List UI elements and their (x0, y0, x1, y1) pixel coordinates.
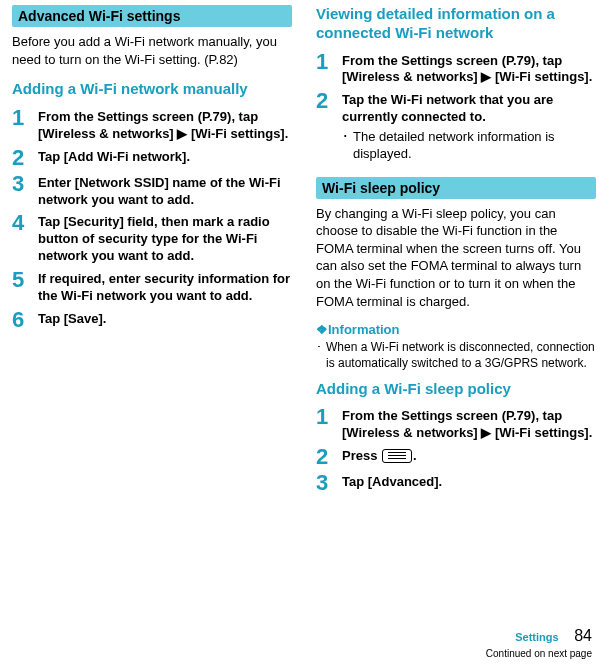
information-text: When a Wi-Fi network is disconnected, co… (326, 339, 596, 371)
footer-category: Settings (515, 631, 558, 643)
step-number: 1 (316, 406, 342, 428)
step-number: 6 (12, 309, 38, 331)
step-text: Tap [Save]. (38, 309, 292, 328)
step-number: 1 (12, 107, 38, 129)
step-number: 3 (316, 472, 342, 494)
step-text: Tap the Wi-Fi network that you are curre… (342, 90, 596, 163)
step-text: From the Settings screen (P.79), tap [Wi… (342, 51, 596, 87)
step-text: If required, enter security information … (38, 269, 292, 305)
footer-top-line: Settings 84 (515, 627, 592, 645)
step-number: 2 (12, 147, 38, 169)
step-number: 2 (316, 446, 342, 468)
step-text: From the Settings screen (P.79), tap [Wi… (38, 107, 292, 143)
information-heading: ❖Information (316, 322, 596, 337)
step-2: 2 Press . (316, 446, 596, 468)
step-5: 5 If required, enter security informatio… (12, 269, 292, 305)
page: Advanced Wi-Fi settings Before you add a… (0, 0, 608, 665)
step-1: 1 From the Settings screen (P.79), tap [… (316, 51, 596, 87)
information-item: ･ When a Wi-Fi network is disconnected, … (316, 339, 596, 371)
subheading: Viewing detailed information on a connec… (316, 5, 596, 43)
info-symbol-icon: ❖ (316, 322, 328, 337)
step-2: 2 Tap [Add Wi-Fi network]. (12, 147, 292, 169)
step-1: 1 From the Settings screen (P.79), tap [… (316, 406, 596, 442)
right-column: Viewing detailed information on a connec… (304, 5, 608, 498)
step-text: Tap [Security] field, then mark a radio … (38, 212, 292, 265)
section-title-bar: Advanced Wi-Fi settings (12, 5, 292, 27)
step-main-text: Tap the Wi-Fi network that you are curre… (342, 92, 553, 124)
step-1: 1 From the Settings screen (P.79), tap [… (12, 107, 292, 143)
step-text: Press . (342, 446, 596, 465)
step-6: 6 Tap [Save]. (12, 309, 292, 331)
step-sub-text: The detailed network information is disp… (353, 129, 596, 163)
subheading: Adding a Wi-Fi network manually (12, 80, 292, 99)
step-3: 3 Enter [Network SSID] name of the Wi-Fi… (12, 173, 292, 209)
step-text: From the Settings screen (P.79), tap [Wi… (342, 406, 596, 442)
continued-on-next-page: Continued on next page (486, 648, 592, 659)
menu-key-icon (382, 449, 412, 463)
step-number: 3 (12, 173, 38, 195)
bullet-dot-icon: ･ (342, 129, 349, 163)
step-sub-bullet: ･ The detailed network information is di… (342, 129, 596, 163)
step-number: 2 (316, 90, 342, 112)
step-number: 5 (12, 269, 38, 291)
intro-text: By changing a Wi-Fi sleep policy, you ca… (316, 205, 596, 310)
step-text-pre: Press (342, 448, 381, 463)
left-column: Advanced Wi-Fi settings Before you add a… (0, 5, 304, 335)
step-4: 4 Tap [Security] field, then mark a radi… (12, 212, 292, 265)
bullet-dot-icon: ･ (316, 339, 322, 371)
step-3: 3 Tap [Advanced]. (316, 472, 596, 494)
info-label: Information (328, 322, 400, 337)
step-text: Tap [Add Wi-Fi network]. (38, 147, 292, 166)
section-title-bar: Wi-Fi sleep policy (316, 177, 596, 199)
step-number: 1 (316, 51, 342, 73)
footer: Settings 84 Continued on next page (0, 627, 608, 661)
columns: Advanced Wi-Fi settings Before you add a… (0, 5, 608, 498)
step-text: Tap [Advanced]. (342, 472, 596, 491)
intro-text: Before you add a Wi-Fi network manually,… (12, 33, 292, 68)
step-2: 2 Tap the Wi-Fi network that you are cur… (316, 90, 596, 163)
page-number: 84 (574, 627, 592, 644)
step-text-post: . (413, 448, 417, 463)
step-text: Enter [Network SSID] name of the Wi-Fi n… (38, 173, 292, 209)
step-number: 4 (12, 212, 38, 234)
subheading: Adding a Wi-Fi sleep policy (316, 380, 596, 399)
